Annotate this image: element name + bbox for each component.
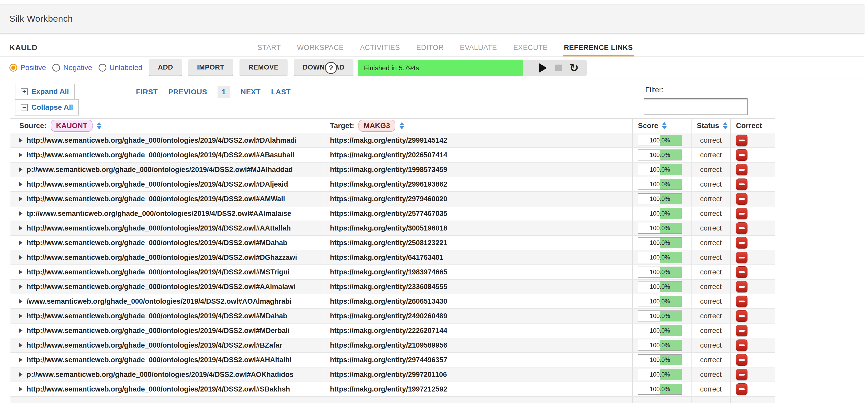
remove-link-button[interactable] [736, 222, 747, 234]
remove-button[interactable]: REMOVE [240, 59, 287, 76]
remove-link-button[interactable] [736, 149, 747, 161]
tab-workspace[interactable]: WORKSPACE [297, 39, 344, 57]
radio-circle-icon[interactable] [9, 64, 17, 72]
target-uri: https://makg.org/entity/2226207144 [330, 327, 447, 335]
expand-row-icon[interactable] [19, 255, 23, 259]
expand-all-button[interactable]: + Expand All [15, 84, 75, 99]
expand-row-icon[interactable] [19, 358, 23, 362]
score-bar: 100.0% [638, 223, 682, 234]
remove-link-button[interactable] [736, 310, 747, 322]
target-uri: https://makg.org/entity/2508123221 [330, 239, 447, 247]
app-title: Silk Workbench [0, 13, 73, 24]
help-icon[interactable]: ? [325, 62, 337, 74]
remove-link-button[interactable] [736, 281, 747, 292]
score-bar: 100.0% [638, 208, 682, 219]
tab-execute[interactable]: EXECUTE [513, 39, 548, 57]
plus-box-icon: + [21, 88, 28, 95]
correct-label: Correct [736, 122, 762, 130]
tab-evaluate[interactable]: EVALUATE [460, 39, 497, 57]
remove-link-button[interactable] [736, 134, 747, 146]
remove-link-button[interactable] [736, 296, 747, 307]
expand-row-icon[interactable] [19, 329, 23, 333]
score-sort-icon[interactable] [662, 122, 667, 129]
expand-row-icon[interactable] [19, 153, 23, 157]
remove-link-button[interactable] [736, 252, 747, 263]
add-button[interactable]: ADD [149, 59, 182, 76]
tab-reference-links[interactable]: REFERENCE LINKS [564, 39, 633, 57]
score-bar: 100.0% [638, 237, 682, 248]
source-uri-cell: p://www.semanticweb.org/ghade_000/ontolo… [10, 162, 324, 177]
tab-start[interactable]: START [257, 39, 281, 57]
expand-row-icon[interactable] [19, 314, 23, 318]
download-button[interactable]: DOWNLOAD [294, 59, 353, 76]
radio-circle-icon[interactable] [52, 64, 60, 72]
status-column-header: Status [691, 119, 731, 133]
expand-row-icon[interactable] [19, 387, 23, 391]
target-uri: https://makg.org/entity/2997201106 [330, 371, 447, 379]
source-uri: http://www.semanticweb.org/ghade_000/ont… [27, 136, 297, 145]
reload-icon[interactable]: ↻ [569, 60, 579, 76]
page-link-first[interactable]: FIRST [136, 88, 158, 96]
remove-link-button[interactable] [736, 164, 747, 175]
page-link-1[interactable]: 1 [218, 86, 230, 98]
title-bar: Silk Workbench [0, 4, 864, 33]
status-sort-icon[interactable] [723, 122, 727, 129]
score-cell: 100.0% [633, 221, 691, 235]
score-cell: 100.0% [633, 192, 691, 206]
score-value: 100.0% [638, 384, 682, 394]
stop-icon[interactable] [555, 65, 562, 71]
remove-link-button[interactable] [736, 193, 747, 205]
play-icon[interactable] [539, 63, 547, 73]
table-row: http://www.semanticweb.org/ghade_000/ont… [10, 133, 775, 148]
page-link-last[interactable]: LAST [271, 88, 291, 96]
remove-link-button[interactable] [736, 383, 747, 395]
expand-row-icon[interactable] [19, 299, 23, 303]
expand-row-icon[interactable] [19, 270, 23, 274]
expand-row-icon[interactable] [19, 285, 23, 289]
radio-positive[interactable]: Positive [9, 63, 46, 72]
score-bar: 100.0% [638, 179, 682, 190]
remove-link-button[interactable] [736, 266, 747, 278]
expand-row-icon[interactable] [19, 226, 23, 230]
remove-link-button[interactable] [736, 237, 747, 249]
radio-circle-icon[interactable] [99, 64, 106, 72]
expand-row-icon[interactable] [19, 211, 23, 216]
target-sort-icon[interactable] [400, 122, 404, 129]
radio-unlabeled[interactable]: Unlabeled [99, 63, 143, 72]
remove-link-button[interactable] [736, 369, 747, 380]
tab-activities[interactable]: ACTIVITIES [360, 39, 400, 57]
score-bar: 100.0% [638, 267, 682, 278]
source-uri-cell: /www.semanticweb.org/ghade_000/ontologie… [10, 294, 324, 308]
remove-link-button[interactable] [736, 179, 747, 190]
score-value: 100.0% [638, 238, 682, 248]
score-cell [633, 397, 691, 403]
collapse-all-button[interactable]: − Collapse All [15, 99, 79, 116]
collapse-all-label: Collapse All [31, 103, 73, 112]
source-sort-icon[interactable] [97, 122, 101, 129]
source-uri-cell: http://www.semanticweb.org/ghade_000/ont… [10, 382, 324, 396]
remove-link-button[interactable] [736, 340, 747, 351]
radio-negative[interactable]: Negative [52, 63, 92, 72]
correct-cell [731, 133, 775, 147]
remove-link-button[interactable] [736, 208, 747, 219]
page-link-previous[interactable]: PREVIOUS [168, 88, 207, 96]
remove-link-button[interactable] [736, 325, 747, 336]
expand-row-icon[interactable] [19, 241, 23, 245]
expand-row-icon[interactable] [19, 372, 23, 377]
filter-input[interactable] [644, 98, 748, 115]
remove-link-button[interactable] [736, 354, 747, 366]
expand-row-icon[interactable] [19, 138, 23, 143]
status-cell: correct [691, 280, 731, 294]
expand-row-icon[interactable] [19, 197, 23, 201]
target-uri-cell: https://makg.org/entity/2974496357 [324, 353, 633, 367]
import-button[interactable]: IMPORT [188, 59, 233, 76]
page-link-next[interactable]: NEXT [241, 88, 261, 96]
project-name: KAULD [9, 39, 38, 57]
target-uri-cell: https://makg.org/entity/1997212592 [324, 382, 633, 396]
content-left-border [6, 79, 6, 403]
tab-editor[interactable]: EDITOR [416, 39, 444, 57]
expand-row-icon[interactable] [19, 167, 23, 172]
table-row: http://www.semanticweb.org/ghade_000/ont… [10, 250, 775, 265]
expand-row-icon[interactable] [19, 343, 23, 347]
expand-row-icon[interactable] [19, 182, 23, 186]
